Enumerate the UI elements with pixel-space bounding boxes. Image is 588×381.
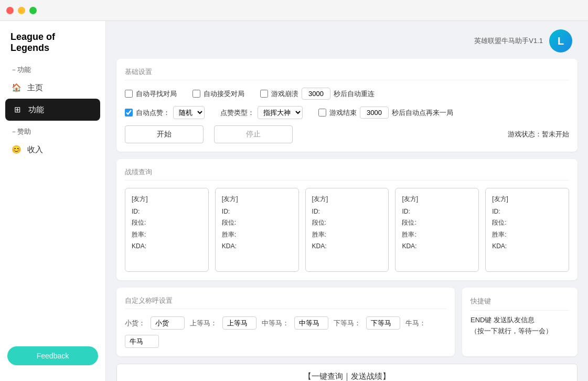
shortcut-title: 快捷键 bbox=[471, 296, 569, 311]
smile-icon: 😊 bbox=[10, 144, 22, 155]
main-content: 英雄联盟牛马助手V1.1 L 基础设置 自动寻找对局 自动接受对局 bbox=[106, 21, 588, 381]
card-1-winrate: 胜率: bbox=[222, 230, 292, 239]
card-3-id: ID: bbox=[402, 208, 472, 215]
game-freeze-suffix: 秒后自动重连 bbox=[334, 89, 375, 99]
game-end-checkbox[interactable] bbox=[318, 109, 326, 117]
app-logo: L bbox=[549, 29, 572, 52]
sidebar-section-sponsor: －赞助 bbox=[0, 121, 105, 139]
custom-input-1[interactable] bbox=[222, 316, 256, 330]
card-4-rank: 段位: bbox=[492, 218, 562, 227]
sidebar-item-home[interactable]: 🏠 主页 bbox=[0, 77, 105, 99]
basic-settings-panel: 基础设置 自动寻找对局 自动接受对局 游戏崩溃 秒后自动 bbox=[116, 59, 578, 152]
game-freeze-checkbox[interactable] bbox=[260, 90, 268, 98]
custom-input-4[interactable] bbox=[125, 335, 159, 348]
card-3-rank: 段位: bbox=[402, 218, 472, 227]
traffic-lights bbox=[6, 7, 37, 14]
game-status-label: 游戏状态： bbox=[508, 130, 542, 138]
auto-accept-checkbox[interactable] bbox=[193, 90, 200, 98]
card-4-kda: KDA: bbox=[492, 242, 562, 250]
sidebar-item-feature[interactable]: ⊞ 功能 bbox=[5, 99, 100, 121]
card-1-kda: KDA: bbox=[222, 242, 292, 250]
settings-row-2: 自动点赞： 随机 固定 点赞类型： 指挥大神 团队合作 表现出色 bbox=[125, 106, 569, 119]
game-end-input[interactable] bbox=[360, 107, 389, 119]
app-header: 英雄联盟牛马助手V1.1 L bbox=[116, 29, 578, 52]
battle-query-panel: 战绩查询 [友方] ID: 段位: 胜率: KDA: [友方] ID: 段位: … bbox=[116, 159, 578, 280]
stop-button[interactable]: 停止 bbox=[214, 125, 293, 143]
minimize-button[interactable] bbox=[18, 7, 25, 14]
card-3-winrate: 胜率: bbox=[402, 230, 472, 239]
game-status: 游戏状态：暂未开始 bbox=[508, 130, 569, 139]
card-0-winrate: 胜率: bbox=[132, 230, 202, 239]
auto-like-label: 自动点赞： bbox=[136, 108, 170, 118]
settings-row-1: 自动寻找对局 自动接受对局 游戏崩溃 秒后自动重连 bbox=[125, 88, 569, 100]
game-end-checkbox-label[interactable]: 游戏结束 bbox=[318, 108, 357, 118]
app-title: 英雄联盟牛马助手V1.1 bbox=[474, 36, 543, 46]
card-1-id: ID: bbox=[222, 208, 292, 215]
battle-card-4: [友方] ID: 段位: 胜率: KDA: bbox=[485, 188, 569, 272]
battle-card-3: [友方] ID: 段位: 胜率: KDA: bbox=[395, 188, 479, 272]
battle-cards: [友方] ID: 段位: 胜率: KDA: [友方] ID: 段位: 胜率: K… bbox=[125, 188, 569, 272]
title-bar bbox=[0, 0, 588, 21]
custom-label-4: 牛马： bbox=[405, 319, 426, 328]
auto-find-label: 自动寻找对局 bbox=[136, 89, 177, 99]
battle-card-0: [友方] ID: 段位: 胜率: KDA: bbox=[125, 188, 209, 272]
custom-name-panel: 自定义称呼设置 小货： 上等马： 中等马： 下等马： 牛马： bbox=[116, 288, 455, 356]
custom-label-1: 上等马： bbox=[190, 319, 217, 328]
game-end-group: 游戏结束 秒后自动点再来一局 bbox=[318, 107, 453, 119]
auto-accept-label: 自动接受对局 bbox=[204, 89, 244, 99]
like-type-group: 点赞类型： 指挥大神 团队合作 表现出色 bbox=[220, 106, 303, 119]
maximize-button[interactable] bbox=[29, 7, 37, 14]
game-end-label: 游戏结束 bbox=[329, 108, 357, 118]
card-4-team: [友方] bbox=[492, 195, 562, 204]
custom-input-0[interactable] bbox=[151, 316, 185, 330]
battle-card-1: [友方] ID: 段位: 胜率: KDA: bbox=[215, 188, 299, 272]
auto-find-checkbox-label[interactable]: 自动寻找对局 bbox=[125, 89, 177, 99]
card-4-winrate: 胜率: bbox=[492, 230, 562, 239]
custom-name-title: 自定义称呼设置 bbox=[125, 296, 446, 309]
shortcut-line1: END键 发送队友信息 bbox=[471, 315, 569, 326]
card-2-team: [友方] bbox=[312, 195, 382, 204]
sidebar-bottom: Feedback bbox=[0, 341, 105, 371]
game-freeze-checkbox-label[interactable]: 游戏崩溃 bbox=[260, 89, 298, 99]
game-freeze-group: 游戏崩溃 秒后自动重连 bbox=[260, 88, 375, 100]
auto-like-checkbox-label[interactable]: 自动点赞： bbox=[125, 108, 170, 118]
auto-find-checkbox[interactable] bbox=[125, 90, 133, 98]
sidebar: League of Legends －功能 🏠 主页 ⊞ 功能 －赞助 😊 收入… bbox=[0, 21, 106, 381]
auto-like-select[interactable]: 随机 固定 bbox=[173, 106, 205, 119]
auto-accept-checkbox-label[interactable]: 自动接受对局 bbox=[193, 89, 244, 99]
sidebar-logo: League of Legends bbox=[0, 21, 105, 59]
sidebar-item-income-label: 收入 bbox=[27, 145, 43, 155]
game-status-value: 暂未开始 bbox=[542, 130, 569, 138]
card-2-rank: 段位: bbox=[312, 218, 382, 227]
close-button[interactable] bbox=[6, 7, 14, 14]
custom-label-2: 中等马： bbox=[262, 319, 289, 328]
custom-input-3[interactable] bbox=[366, 316, 400, 330]
shortcut-panel: 快捷键 END键 发送队友信息 （按一下就行，等待一会） bbox=[462, 288, 578, 356]
game-end-suffix: 秒后自动点再来一局 bbox=[392, 108, 453, 118]
card-1-team: [友方] bbox=[222, 195, 292, 204]
sidebar-item-income[interactable]: 😊 收入 bbox=[0, 139, 105, 161]
auto-like-checkbox[interactable] bbox=[125, 109, 133, 117]
game-freeze-label: 游戏崩溃 bbox=[271, 89, 298, 99]
sidebar-section-feature: －功能 bbox=[0, 59, 105, 77]
grid-icon: ⊞ bbox=[12, 104, 23, 115]
home-icon: 🏠 bbox=[10, 82, 22, 93]
like-type-select[interactable]: 指挥大神 团队合作 表现出色 bbox=[258, 106, 303, 119]
sidebar-item-home-label: 主页 bbox=[27, 83, 43, 93]
custom-input-2[interactable] bbox=[294, 316, 328, 330]
card-2-kda: KDA: bbox=[312, 242, 382, 250]
query-button[interactable]: 【一键查询｜发送战绩】 bbox=[116, 364, 578, 381]
battle-query-title: 战绩查询 bbox=[125, 167, 569, 181]
card-3-kda: KDA: bbox=[402, 242, 472, 250]
basic-settings-title: 基础设置 bbox=[125, 67, 569, 80]
app-body: League of Legends －功能 🏠 主页 ⊞ 功能 －赞助 😊 收入… bbox=[0, 21, 588, 381]
start-button[interactable]: 开始 bbox=[125, 125, 204, 143]
card-2-id: ID: bbox=[312, 208, 382, 215]
game-freeze-input[interactable] bbox=[302, 88, 330, 100]
sidebar-item-feature-label: 功能 bbox=[28, 105, 44, 115]
buttons-row: 开始 停止 游戏状态：暂未开始 bbox=[125, 125, 569, 143]
feedback-button[interactable]: Feedback bbox=[7, 346, 98, 365]
card-3-team: [友方] bbox=[402, 195, 472, 204]
battle-card-2: [友方] ID: 段位: 胜率: KDA: bbox=[305, 188, 389, 272]
auto-like-group: 自动点赞： 随机 固定 bbox=[125, 106, 205, 119]
